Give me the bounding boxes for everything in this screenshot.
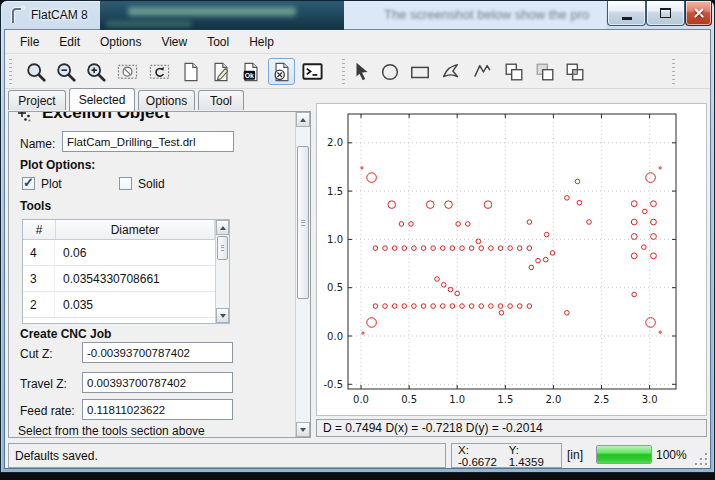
minimize-button[interactable] xyxy=(607,1,646,26)
menu-item-edit[interactable]: Edit xyxy=(49,33,90,52)
glass-reflection xyxy=(128,7,296,16)
svg-text:1.5: 1.5 xyxy=(327,186,343,197)
maximize-button[interactable] xyxy=(646,1,685,26)
polyline-tool-button[interactable] xyxy=(469,58,496,85)
name-input[interactable] xyxy=(62,131,234,152)
delete-object-button[interactable] xyxy=(268,58,295,85)
shell-button[interactable] xyxy=(299,58,326,85)
scroll-up-button[interactable] xyxy=(216,220,229,235)
cut-z-label: Cut Z: xyxy=(20,347,53,361)
tool-number-header[interactable]: # xyxy=(23,220,56,239)
progress-bar xyxy=(596,445,652,464)
tab-tool[interactable]: Tool xyxy=(198,90,244,110)
arrow-down-icon xyxy=(300,428,306,432)
menu-item-file[interactable]: File xyxy=(10,33,49,52)
clear-plot-icon xyxy=(116,60,139,83)
scroll-down-button[interactable] xyxy=(216,308,229,323)
travel-z-label: Travel Z: xyxy=(20,377,67,391)
cursor-coordinates: X: -0.6672 Y: 1.4359 xyxy=(451,443,562,468)
scroll-down-button[interactable] xyxy=(296,422,310,437)
scroll-up-button[interactable] xyxy=(296,112,310,127)
scrollbar-thumb[interactable] xyxy=(297,146,309,299)
union-icon xyxy=(503,61,525,83)
circle-icon xyxy=(379,61,401,83)
scrollbar-thumb[interactable] xyxy=(217,236,228,260)
svg-text:1.0: 1.0 xyxy=(449,394,465,405)
table-scrollbar[interactable] xyxy=(215,220,229,323)
resize-grip[interactable] xyxy=(694,452,707,465)
circle-tool-button[interactable] xyxy=(376,58,403,85)
feed-rate-input[interactable] xyxy=(82,399,233,420)
tool-number: 2 xyxy=(23,292,55,317)
shell-icon xyxy=(301,60,324,83)
tool-diameter: 0.0354330708661 xyxy=(55,266,229,291)
panel-scrollbar[interactable] xyxy=(295,112,310,437)
solid-checkbox[interactable] xyxy=(119,177,132,190)
pointer-icon xyxy=(351,61,373,83)
menu-item-options[interactable]: Options xyxy=(90,33,151,52)
svg-text:3.0: 3.0 xyxy=(642,394,658,405)
polygon-tool-button[interactable] xyxy=(437,58,464,85)
excellon-object-icon xyxy=(16,111,34,125)
zoom-in-button[interactable] xyxy=(82,58,109,85)
rectangle-icon xyxy=(409,61,431,83)
close-button[interactable] xyxy=(685,1,712,26)
tab-project[interactable]: Project xyxy=(8,90,66,110)
subtract-tool-button[interactable] xyxy=(531,58,558,85)
plot-checkbox[interactable] xyxy=(22,177,35,190)
tab-options[interactable]: Options xyxy=(138,90,195,110)
new-file-icon xyxy=(180,61,202,83)
menu-item-help[interactable]: Help xyxy=(239,33,284,52)
toolbar-grip[interactable] xyxy=(672,59,675,84)
svg-text:0.0: 0.0 xyxy=(353,394,369,405)
menu-item-view[interactable]: View xyxy=(151,33,197,52)
replot-icon xyxy=(148,60,171,83)
status-message: Defaults saved. xyxy=(8,443,446,468)
cut-z-input[interactable] xyxy=(82,342,233,363)
cnc-section-label: Create CNC Job xyxy=(20,327,111,341)
zoom-in-icon xyxy=(85,61,107,83)
edit-script-button[interactable] xyxy=(207,58,234,85)
menu-bar: File Edit Options View Tool Help xyxy=(10,33,284,52)
union-tool-button[interactable] xyxy=(500,58,527,85)
run-script-ok-icon: Ok xyxy=(240,61,262,83)
tools-hint: Select from the tools section above xyxy=(18,424,288,438)
close-icon xyxy=(693,7,705,19)
intersect-icon xyxy=(564,61,586,83)
plot-canvas[interactable]: 0.00.51.01.52.02.53.0-0.50.00.51.01.52.0 xyxy=(317,104,706,415)
replot-button[interactable] xyxy=(146,58,173,85)
zoom-fit-button[interactable] xyxy=(22,58,49,85)
intersect-tool-button[interactable] xyxy=(561,58,588,85)
minimize-icon xyxy=(622,17,632,20)
toolbar-grip[interactable] xyxy=(342,59,345,84)
subtract-icon xyxy=(534,61,556,83)
tools-table: # Diameter 4 0.06 3 0.0354330708661 2 0.… xyxy=(22,219,230,324)
svg-text:-0.5: -0.5 xyxy=(323,379,343,390)
tab-selected[interactable]: Selected xyxy=(69,88,135,111)
travel-z-input[interactable] xyxy=(82,372,233,393)
run-script-ok-button[interactable]: Ok xyxy=(237,58,264,85)
diameter-header[interactable]: Diameter xyxy=(56,220,215,239)
clear-plot-button[interactable] xyxy=(114,58,141,85)
zoom-out-button[interactable] xyxy=(52,58,79,85)
plot-checkbox-label: Plot xyxy=(41,177,62,191)
measurement-readout: D = 0.7494 D(x) = -0.7218 D(y) = -0.2014 xyxy=(316,419,707,437)
pointer-tool-button[interactable] xyxy=(348,58,375,85)
glass-reflection xyxy=(106,21,192,27)
tool-row[interactable]: 2 0.035 xyxy=(23,292,229,318)
menu-item-tool[interactable]: Tool xyxy=(197,33,239,52)
svg-text:0.0: 0.0 xyxy=(327,331,343,342)
tool-row[interactable]: 3 0.0354330708661 xyxy=(23,266,229,292)
flatcam-logo-icon[interactable] xyxy=(9,5,27,26)
tool-number: 4 xyxy=(23,240,55,265)
svg-text:1.5: 1.5 xyxy=(497,394,513,405)
panel-title: Excellon Object xyxy=(42,111,170,123)
polyline-icon xyxy=(472,61,494,83)
new-file-button[interactable] xyxy=(177,58,204,85)
tool-number: 3 xyxy=(23,266,55,291)
rectangle-tool-button[interactable] xyxy=(406,58,433,85)
toolbar-grip[interactable] xyxy=(9,59,12,84)
tool-row[interactable]: 4 0.06 xyxy=(23,240,229,266)
svg-text:Ok: Ok xyxy=(244,71,253,78)
arrow-up-icon xyxy=(300,118,306,122)
